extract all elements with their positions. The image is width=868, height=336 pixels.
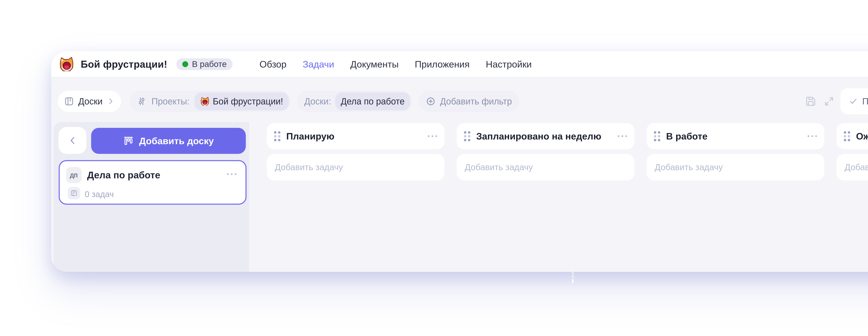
column-title: Запланировано на неделю: [476, 131, 601, 141]
status-dot-icon: [182, 61, 188, 67]
add-task-input[interactable]: Добавить задачу: [267, 154, 444, 180]
column-menu-icon[interactable]: [428, 135, 437, 137]
boards-filter-value-chip[interactable]: Дела по работе: [335, 93, 410, 110]
plus-circle-icon: [426, 96, 436, 106]
render-artifact: [572, 272, 574, 283]
project-nav: Обзор Задачи Документы Приложения Настро…: [259, 59, 532, 70]
column-title: В работе: [666, 131, 708, 141]
kanban-columns: Планирую Добавить задачу Запланировано н…: [267, 123, 868, 180]
projects-filter-label: Проекты:: [152, 96, 190, 106]
status-label: В работе: [192, 59, 227, 69]
board-card-selected[interactable]: дп Дела по работе 0 задач: [59, 160, 247, 205]
add-task-input[interactable]: Добавить задачу: [647, 154, 824, 180]
drag-handle-icon[interactable]: [464, 131, 470, 141]
add-task-input[interactable]: Добавить задачу: [837, 154, 868, 180]
column-planned-week: Запланировано на неделю Добавить задачу: [457, 123, 634, 180]
tab-documents[interactable]: Документы: [350, 59, 399, 70]
board-avatar: дп: [66, 167, 82, 183]
column-header[interactable]: Запланировано на неделю: [457, 123, 634, 149]
workspace-panel: Бой фрустрации! В работе Обзор Задачи До…: [51, 51, 868, 272]
column-header[interactable]: Планирую: [267, 123, 444, 149]
save-view-icon[interactable]: [805, 96, 816, 107]
board-card-menu-icon[interactable]: [227, 173, 237, 175]
column-waiting: Ожидание Добавить задачу: [837, 123, 868, 180]
boards-view-label: Доски: [78, 96, 102, 106]
project-status-badge[interactable]: В работе: [176, 58, 232, 70]
tasks-count-board-icon: [68, 187, 80, 199]
boards-filter-chip[interactable]: Доски: Дела по работе: [297, 91, 412, 112]
projects-filter-value: Бой фрустрации!: [213, 96, 283, 106]
projects-filter-value-chip[interactable]: Бой фрустрации!: [194, 93, 289, 110]
drag-handle-icon[interactable]: [654, 131, 660, 141]
fullscreen-expand-icon[interactable]: [824, 96, 835, 107]
tab-settings[interactable]: Настройки: [486, 59, 532, 70]
projects-filter-chip[interactable]: Проекты: Бой фрустрации!: [130, 91, 290, 112]
collapse-sidebar-button[interactable]: [59, 127, 87, 154]
project-emoji-fox-icon: [200, 96, 210, 106]
column-title: Планирую: [286, 131, 334, 141]
add-board-button[interactable]: Добавить доску: [91, 128, 246, 154]
tab-overview[interactable]: Обзор: [259, 59, 287, 70]
add-task-placeholder: Добавить задачу: [275, 162, 343, 172]
column-menu-icon[interactable]: [808, 135, 817, 137]
boards-filter-value: Дела по работе: [341, 96, 405, 106]
column-in-progress: В работе Добавить задачу: [647, 123, 824, 180]
boards-filter-label: Доски:: [304, 96, 331, 106]
boards-view-button[interactable]: Доски: [58, 91, 121, 112]
default-view-label: По умолчанию: [862, 96, 868, 106]
check-icon: [849, 97, 858, 106]
column-planning: Планирую Добавить задачу: [267, 123, 444, 180]
column-header[interactable]: Ожидание: [837, 123, 868, 149]
drag-handle-icon[interactable]: [844, 131, 850, 141]
project-emoji-fox-icon: [59, 56, 74, 72]
default-view-select[interactable]: По умолчанию: [840, 88, 868, 114]
add-task-placeholder: Добавить задачу: [655, 162, 723, 172]
column-menu-icon[interactable]: [618, 135, 627, 137]
tab-tasks[interactable]: Задачи: [303, 59, 334, 70]
drag-handle-icon[interactable]: [274, 131, 280, 141]
add-board-label: Добавить доску: [139, 135, 214, 146]
kanban-board-icon: [123, 135, 134, 146]
board-card-title: Дела по работе: [87, 169, 160, 180]
add-filter-button[interactable]: Добавить фильтр: [418, 91, 519, 112]
tasks-count: 0 задач: [85, 190, 114, 199]
column-title: Ожидание: [856, 131, 868, 141]
chevron-left-icon: [67, 135, 78, 145]
project-title: Бой фрустрации!: [81, 59, 167, 70]
add-task-placeholder: Добавить задачу: [465, 162, 533, 172]
column-header[interactable]: В работе: [647, 123, 824, 149]
add-task-input[interactable]: Добавить задачу: [457, 154, 634, 180]
add-filter-label: Добавить фильтр: [440, 96, 512, 106]
board-icon: [64, 96, 74, 106]
add-task-placeholder: Добавить задачу: [844, 162, 868, 172]
view-toolbar: Доски Проекты: Бой фрустрации! Доски: Де…: [58, 88, 868, 114]
chevron-right-icon: [107, 97, 115, 105]
project-header: Бой фрустрации! В работе Обзор Задачи До…: [51, 51, 868, 77]
tab-apps[interactable]: Приложения: [415, 59, 470, 70]
filter-sliders-icon: [136, 96, 147, 106]
